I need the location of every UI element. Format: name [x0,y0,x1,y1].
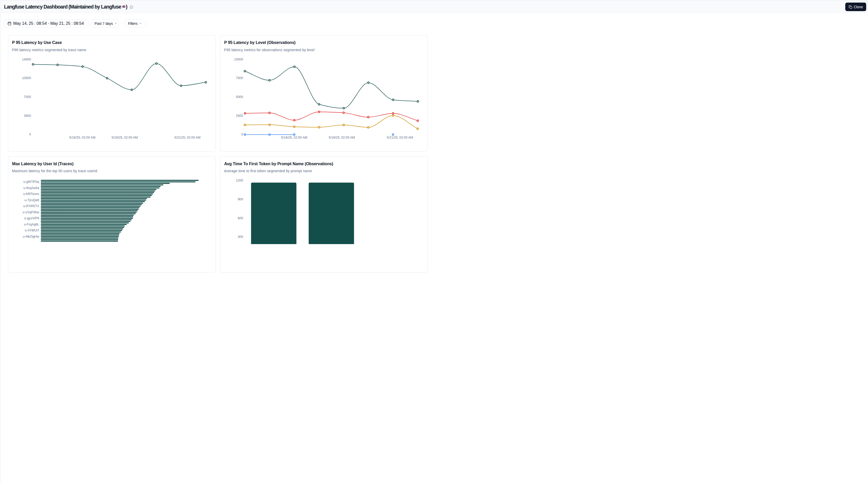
svg-text:5/16/25, 02:00 AM: 5/16/25, 02:00 AM [69,136,95,139]
svg-text:u-zVqP3hw: u-zVqP3hw [23,210,39,214]
svg-text:2500: 2500 [236,114,243,117]
svg-text:u-FrqAg8L: u-FrqAg8L [24,223,39,226]
svg-text:7500: 7500 [236,76,243,80]
svg-text:u-3Y8fUi7: u-3Y8fUi7 [25,229,39,232]
svg-text:300: 300 [238,235,243,239]
svg-text:5/16/25, 02:00 AM: 5/16/25, 02:00 AM [281,136,307,139]
svg-text:1200: 1200 [236,179,243,182]
svg-text:5/18/25, 02:00 AM: 5/18/25, 02:00 AM [112,136,138,139]
svg-text:0: 0 [29,133,31,136]
svg-text:u-gWTiFbq: u-gWTiFbq [23,180,39,183]
svg-text:u-MkZlgHw: u-MkZlgHw [23,235,39,238]
svg-text:7000: 7000 [24,95,31,98]
svg-text:900: 900 [238,198,243,201]
svg-text:3500: 3500 [24,114,31,117]
svg-text:u-M9Tosno: u-M9Tosno [23,192,39,196]
svg-text:5/21/25, 02:00 AM: 5/21/25, 02:00 AM [387,136,413,139]
svg-text:14000: 14000 [22,57,31,61]
svg-text:10500: 10500 [22,76,31,80]
svg-text:10000: 10000 [234,57,243,61]
svg-text:0: 0 [241,133,243,136]
svg-text:u-tFAR5TX: u-tFAR5TX [23,204,39,208]
svg-text:5/21/25, 02:00 AM: 5/21/25, 02:00 AM [175,136,200,139]
svg-text:5000: 5000 [236,95,243,98]
svg-text:600: 600 [238,217,243,220]
svg-text:5/18/25, 02:00 AM: 5/18/25, 02:00 AM [329,136,355,139]
svg-text:u-gyzVIP9: u-gyzVIP9 [24,217,39,220]
svg-text:u-8sq2w4a: u-8sq2w4a [23,186,39,190]
svg-text:u-TjruQe8: u-TjruQe8 [25,198,39,202]
